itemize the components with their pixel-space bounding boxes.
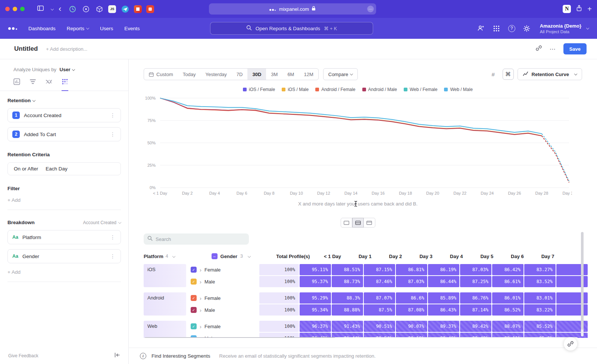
retention-value-cell[interactable]: 95.34% <box>300 304 331 316</box>
row-checkbox[interactable]: ✓ <box>191 267 197 273</box>
retention-value-cell[interactable]: 89.37% <box>428 321 459 332</box>
project-switcher[interactable]: Amazonia {Demo} All Project Data <box>540 23 589 34</box>
kebab-menu-icon[interactable]: ⋮ <box>109 234 116 240</box>
retention-value-cell[interactable]: 88.73% <box>332 276 363 287</box>
ide-extension-icon[interactable] <box>134 5 142 13</box>
retention-chart[interactable]: 0%25%50%75%100%< 1 DayDay 2Day 4Day 6Day… <box>144 94 572 198</box>
retention-value-cell[interactable]: 86.81% <box>396 264 427 275</box>
date-range-7d[interactable]: 7D <box>232 69 248 80</box>
filter-add-button[interactable]: + Add <box>7 197 121 210</box>
settings-gear-icon[interactable] <box>523 24 531 32</box>
retention-value-cell[interactable]: 86.42% <box>492 264 523 275</box>
date-range-3m[interactable]: 3M <box>266 69 282 80</box>
retention-value-cell[interactable]: 88.51% <box>332 264 363 275</box>
retention-value-cell[interactable]: 83.27% <box>524 264 556 275</box>
retention-value-cell[interactable]: 95.11% <box>300 264 331 275</box>
horizontal-scrollbar-thumb[interactable] <box>144 337 335 338</box>
step-added-to-cart[interactable]: 2 Added To Cart ⋮ <box>7 127 121 141</box>
apps-grid-icon[interactable] <box>493 24 501 32</box>
gender-cell[interactable]: ✓›Female <box>187 264 259 275</box>
retention-value-cell[interactable]: 86.6% <box>396 292 427 304</box>
date-range-12m[interactable]: 12M <box>299 69 318 80</box>
row-checkbox[interactable]: ✓ <box>191 323 197 329</box>
tab-funnels[interactable] <box>29 78 36 91</box>
legend-item[interactable]: iOS / Male <box>282 87 309 92</box>
gender-cell[interactable]: ✓›Male <box>187 304 259 316</box>
table-only-view-toggle[interactable] <box>364 218 375 228</box>
date-range-today[interactable]: Today <box>178 69 201 80</box>
retention-value-cell[interactable]: 86.01% <box>492 292 523 304</box>
retention-value-cell[interactable]: 95.29% <box>300 292 331 304</box>
retention-value-cell[interactable]: 89.42% <box>460 321 491 332</box>
address-bar[interactable]: mixpanel.com ⋯ <box>209 3 376 15</box>
retention-section-toggle[interactable]: Retention <box>7 98 121 103</box>
global-search-button[interactable]: Open Reports & Dashboards ⌘ + K <box>210 22 373 35</box>
help-icon[interactable]: ? <box>508 25 515 32</box>
gender-cell[interactable]: ✓›Female <box>187 321 259 332</box>
retention-value-cell[interactable]: 88.3% <box>332 292 363 304</box>
compare-button[interactable]: Compare <box>323 68 358 80</box>
share-link-fab[interactable] <box>564 337 577 351</box>
criteria-interval[interactable]: Each Day <box>46 166 68 172</box>
wave-extension-icon[interactable] <box>121 4 129 13</box>
expand-chevron-icon[interactable]: › <box>200 267 201 273</box>
retention-value-cell[interactable]: 87.03% <box>396 276 427 287</box>
date-range-30d[interactable]: 30D <box>247 69 266 80</box>
annotations-button[interactable]: # <box>488 69 499 80</box>
kebab-menu-icon[interactable]: ⋮ <box>109 131 116 137</box>
data-management-icon[interactable] <box>477 24 485 32</box>
breakdown-add-button[interactable]: + Add <box>7 269 121 282</box>
kebab-menu-icon[interactable]: ⋮ <box>109 253 116 259</box>
criteria-mode[interactable]: On or After <box>14 166 38 172</box>
breakdown-platform[interactable]: Aa Platform ⋮ <box>7 230 121 244</box>
new-tab-button[interactable]: + <box>587 5 592 13</box>
retention-value-cell[interactable]: 90.07% <box>396 321 427 332</box>
vertical-scrollbar-thumb[interactable] <box>581 232 584 330</box>
retention-value-cell[interactable]: 96.37% <box>300 321 331 332</box>
kebab-menu-icon[interactable]: ⋮ <box>109 112 116 118</box>
collapse-sidebar-icon[interactable] <box>114 352 120 360</box>
retention-value-cell[interactable]: 87.46% <box>364 276 395 287</box>
circle-extension-icon[interactable] <box>81 4 90 13</box>
retention-value-cell[interactable]: 88.07% <box>492 321 523 332</box>
retention-value-cell[interactable]: 87.25% <box>460 276 491 287</box>
notion-app-icon[interactable]: N <box>563 5 571 13</box>
row-checkbox[interactable]: ✓ <box>191 279 197 285</box>
analyze-by-selector[interactable]: User <box>60 67 75 72</box>
tab-flows[interactable] <box>46 78 52 91</box>
date-range-yesterday[interactable]: Yesterday <box>201 69 232 80</box>
retention-value-cell[interactable]: 91.43% <box>332 321 363 332</box>
retention-criteria-selector[interactable]: On or After Each Day <box>7 162 121 175</box>
sidebar-chevron-down-icon[interactable] <box>49 6 53 12</box>
horizontal-scrollbar[interactable] <box>144 337 578 338</box>
expand-chevron-icon[interactable]: › <box>200 295 201 301</box>
retention-value-cell[interactable]: 87.08% <box>396 304 427 316</box>
retention-value-cell[interactable]: 86.43% <box>428 304 459 316</box>
retention-value-cell[interactable]: 86.19% <box>428 264 459 275</box>
retention-value-cell[interactable]: 87.14% <box>460 304 491 316</box>
breakdown-context-selector[interactable]: Account Created <box>83 220 121 225</box>
retention-value-cell[interactable]: 90.51% <box>364 321 395 332</box>
split-view-toggle[interactable] <box>352 218 364 228</box>
vertical-scrollbar[interactable] <box>581 232 584 336</box>
browser-sidebar-toggle-icon[interactable] <box>37 6 44 12</box>
expand-chevron-icon[interactable]: › <box>200 324 201 329</box>
retention-value-cell[interactable]: 87.07% <box>364 292 395 304</box>
retention-value-cell[interactable]: 87.15% <box>364 264 395 275</box>
gender-cell[interactable]: ✓›Female <box>187 292 259 304</box>
step-account-created[interactable]: 1 Account Created ⋮ <box>7 108 121 122</box>
share-icon[interactable] <box>576 5 582 13</box>
find-segments-title[interactable]: Find Interesting Segments <box>151 353 210 359</box>
retention-value-cell[interactable]: 85.52% <box>524 321 556 332</box>
video-extension-icon[interactable] <box>146 5 154 13</box>
window-zoom-button[interactable] <box>20 7 25 11</box>
tab-insights[interactable] <box>13 78 20 91</box>
add-description-button[interactable]: + Add description... <box>46 46 87 52</box>
address-more-button[interactable]: ⋯ <box>367 6 374 12</box>
retention-value-cell[interactable]: 83.52% <box>524 276 556 287</box>
chart-type-selector[interactable]: Retention Curve <box>518 68 582 80</box>
nav-item-users[interactable]: Users <box>100 26 113 31</box>
window-close-button[interactable] <box>5 7 10 11</box>
breakdown-gender[interactable]: Aa Gender ⋮ <box>7 249 121 263</box>
tab-retention[interactable] <box>62 78 68 91</box>
